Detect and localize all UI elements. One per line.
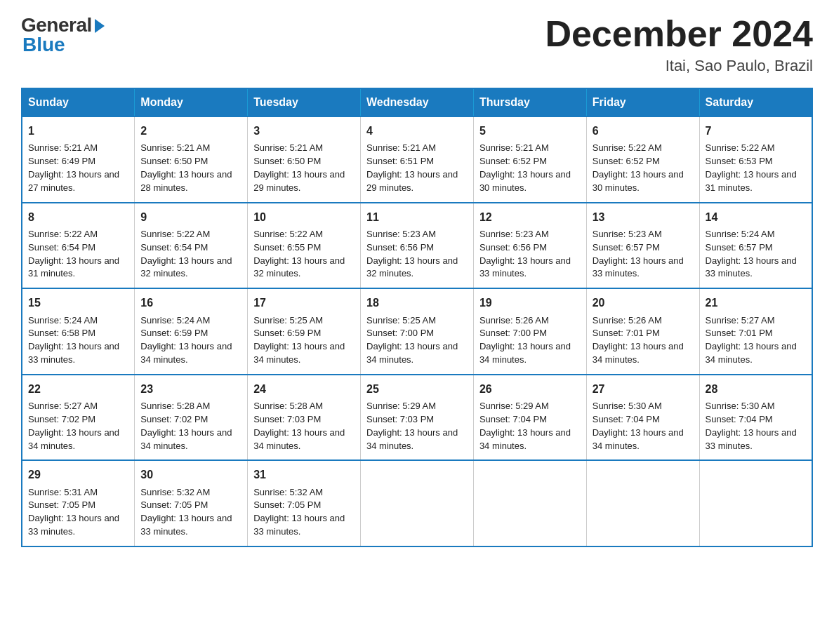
- sunrise-text: Sunrise: 5:27 AM: [706, 315, 775, 326]
- sunset-text: Sunset: 7:05 PM: [253, 499, 321, 510]
- day-number: 31: [253, 467, 355, 483]
- day-number: 24: [253, 381, 355, 397]
- column-header-friday: Friday: [586, 88, 699, 116]
- sunrise-text: Sunrise: 5:22 AM: [593, 142, 662, 153]
- daylight-text: Daylight: 13 hours and 33 minutes.: [706, 255, 797, 279]
- sunset-text: Sunset: 6:53 PM: [706, 156, 773, 166]
- sunset-text: Sunset: 7:02 PM: [28, 414, 95, 424]
- calendar-day-cell: 5Sunrise: 5:21 AMSunset: 6:52 PMDaylight…: [473, 116, 586, 203]
- day-number: 16: [140, 295, 241, 311]
- sunrise-text: Sunrise: 5:22 AM: [253, 229, 323, 239]
- calendar-week-row: 29Sunrise: 5:31 AMSunset: 7:05 PMDayligh…: [22, 460, 812, 546]
- calendar-table: SundayMondayTuesdayWednesdayThursdayFrid…: [21, 88, 813, 547]
- day-number: 4: [366, 123, 468, 139]
- daylight-text: Daylight: 13 hours and 30 minutes.: [479, 169, 571, 193]
- day-number: 3: [253, 123, 355, 139]
- daylight-text: Daylight: 13 hours and 29 minutes.: [366, 169, 458, 193]
- day-number: 26: [479, 381, 581, 397]
- calendar-day-cell: 7Sunrise: 5:22 AMSunset: 6:53 PMDaylight…: [699, 116, 812, 203]
- day-number: 5: [479, 123, 581, 139]
- calendar-week-row: 1Sunrise: 5:21 AMSunset: 6:49 PMDaylight…: [22, 116, 812, 203]
- sunset-text: Sunset: 7:04 PM: [593, 414, 660, 424]
- daylight-text: Daylight: 13 hours and 34 minutes.: [366, 427, 458, 451]
- sunset-text: Sunset: 7:01 PM: [706, 328, 773, 338]
- calendar-day-cell: 29Sunrise: 5:31 AMSunset: 7:05 PMDayligh…: [22, 460, 135, 546]
- sunrise-text: Sunrise: 5:22 AM: [706, 142, 775, 153]
- sunset-text: Sunset: 7:05 PM: [140, 499, 208, 510]
- day-number: 15: [28, 295, 128, 311]
- calendar-day-cell: 17Sunrise: 5:25 AMSunset: 6:59 PMDayligh…: [248, 288, 361, 375]
- day-number: 29: [28, 467, 128, 483]
- sunrise-text: Sunrise: 5:24 AM: [140, 315, 210, 326]
- daylight-text: Daylight: 13 hours and 27 minutes.: [28, 169, 119, 193]
- sunrise-text: Sunrise: 5:25 AM: [366, 315, 436, 326]
- sunrise-text: Sunrise: 5:24 AM: [706, 229, 775, 239]
- calendar-day-cell: 11Sunrise: 5:23 AMSunset: 6:56 PMDayligh…: [361, 203, 474, 289]
- daylight-text: Daylight: 13 hours and 33 minutes.: [253, 513, 345, 537]
- sunset-text: Sunset: 7:02 PM: [140, 414, 208, 424]
- calendar-day-cell: 8Sunrise: 5:22 AMSunset: 6:54 PMDaylight…: [22, 203, 135, 289]
- sunrise-text: Sunrise: 5:29 AM: [479, 401, 549, 411]
- sunset-text: Sunset: 7:01 PM: [593, 328, 660, 338]
- daylight-text: Daylight: 13 hours and 34 minutes.: [140, 341, 232, 365]
- day-number: 6: [593, 123, 694, 139]
- calendar-day-cell: 10Sunrise: 5:22 AMSunset: 6:55 PMDayligh…: [248, 203, 361, 289]
- sunrise-text: Sunrise: 5:21 AM: [140, 142, 210, 153]
- daylight-text: Daylight: 13 hours and 32 minutes.: [140, 255, 232, 279]
- day-number: 8: [28, 209, 128, 225]
- sunset-text: Sunset: 7:05 PM: [28, 499, 95, 510]
- day-number: 12: [479, 209, 581, 225]
- calendar-day-cell: 24Sunrise: 5:28 AMSunset: 7:03 PMDayligh…: [248, 375, 361, 461]
- daylight-text: Daylight: 13 hours and 34 minutes.: [479, 341, 571, 365]
- calendar-day-cell: 4Sunrise: 5:21 AMSunset: 6:51 PMDaylight…: [361, 116, 474, 203]
- day-number: 13: [593, 209, 694, 225]
- calendar-day-cell: 18Sunrise: 5:25 AMSunset: 7:00 PMDayligh…: [361, 288, 474, 375]
- daylight-text: Daylight: 13 hours and 28 minutes.: [140, 169, 232, 193]
- daylight-text: Daylight: 13 hours and 33 minutes.: [28, 341, 119, 365]
- location-subtitle: Itai, Sao Paulo, Brazil: [545, 57, 813, 75]
- calendar-day-cell: 28Sunrise: 5:30 AMSunset: 7:04 PMDayligh…: [699, 375, 812, 461]
- column-header-saturday: Saturday: [699, 88, 812, 116]
- calendar-day-cell: 6Sunrise: 5:22 AMSunset: 6:52 PMDaylight…: [586, 116, 699, 203]
- page-header: General Blue December 2024 Itai, Sao Pau…: [21, 14, 813, 75]
- sunrise-text: Sunrise: 5:23 AM: [366, 229, 436, 239]
- calendar-day-cell: [473, 460, 586, 546]
- sunset-text: Sunset: 6:59 PM: [140, 328, 208, 338]
- sunrise-text: Sunrise: 5:23 AM: [593, 229, 662, 239]
- day-number: 17: [253, 295, 355, 311]
- sunrise-text: Sunrise: 5:32 AM: [253, 487, 323, 497]
- sunrise-text: Sunrise: 5:26 AM: [593, 315, 662, 326]
- day-number: 14: [706, 209, 806, 225]
- day-number: 27: [593, 381, 694, 397]
- day-number: 10: [253, 209, 355, 225]
- daylight-text: Daylight: 13 hours and 34 minutes.: [706, 341, 797, 365]
- sunset-text: Sunset: 6:54 PM: [28, 242, 95, 253]
- sunset-text: Sunset: 7:00 PM: [479, 328, 547, 338]
- calendar-day-cell: 22Sunrise: 5:27 AMSunset: 7:02 PMDayligh…: [22, 375, 135, 461]
- calendar-day-cell: 16Sunrise: 5:24 AMSunset: 6:59 PMDayligh…: [135, 288, 248, 375]
- column-header-wednesday: Wednesday: [361, 88, 474, 116]
- calendar-day-cell: 19Sunrise: 5:26 AMSunset: 7:00 PMDayligh…: [473, 288, 586, 375]
- logo: General Blue: [21, 14, 105, 56]
- sunrise-text: Sunrise: 5:21 AM: [253, 142, 323, 153]
- calendar-week-row: 15Sunrise: 5:24 AMSunset: 6:58 PMDayligh…: [22, 288, 812, 375]
- calendar-day-cell: 3Sunrise: 5:21 AMSunset: 6:50 PMDaylight…: [248, 116, 361, 203]
- sunset-text: Sunset: 7:04 PM: [706, 414, 773, 424]
- daylight-text: Daylight: 13 hours and 34 minutes.: [28, 427, 119, 451]
- sunset-text: Sunset: 7:03 PM: [366, 414, 434, 424]
- day-number: 1: [28, 123, 128, 139]
- calendar-day-cell: 12Sunrise: 5:23 AMSunset: 6:56 PMDayligh…: [473, 203, 586, 289]
- daylight-text: Daylight: 13 hours and 33 minutes.: [28, 513, 119, 537]
- column-header-sunday: Sunday: [22, 88, 135, 116]
- logo-blue-text: Blue: [22, 34, 65, 56]
- day-number: 20: [593, 295, 694, 311]
- day-number: 7: [706, 123, 806, 139]
- calendar-day-cell: [586, 460, 699, 546]
- sunset-text: Sunset: 6:51 PM: [366, 156, 434, 166]
- calendar-week-row: 8Sunrise: 5:22 AMSunset: 6:54 PMDaylight…: [22, 203, 812, 289]
- calendar-day-cell: 1Sunrise: 5:21 AMSunset: 6:49 PMDaylight…: [22, 116, 135, 203]
- calendar-day-cell: 13Sunrise: 5:23 AMSunset: 6:57 PMDayligh…: [586, 203, 699, 289]
- daylight-text: Daylight: 13 hours and 34 minutes.: [479, 427, 571, 451]
- sunset-text: Sunset: 6:49 PM: [28, 156, 95, 166]
- sunrise-text: Sunrise: 5:26 AM: [479, 315, 549, 326]
